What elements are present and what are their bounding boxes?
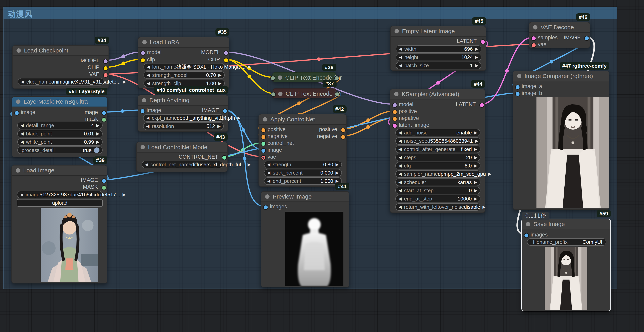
widget-start_percent[interactable]: ◀start_percent0.000▶ (264, 169, 342, 176)
widget-strength_clip[interactable]: ◀strength_clip1.00▶ (144, 80, 225, 87)
increment-arrow-icon[interactable]: ▶ (475, 137, 478, 145)
output-slot-MASK[interactable] (102, 185, 106, 190)
widget-noise_seed[interactable]: ◀noise_seed535085486033941▶ (395, 137, 480, 145)
increment-arrow-icon[interactable]: ▶ (336, 169, 339, 176)
node-title-bar[interactable]: VAE Decode (529, 22, 590, 33)
decrement-arrow-icon[interactable]: ◀ (21, 78, 24, 86)
widget-process_detail[interactable]: process_detailtrue (17, 146, 102, 154)
increment-arrow-icon[interactable]: ▶ (248, 63, 251, 70)
widget-batch_size[interactable]: ◀batch_size1▶ (396, 62, 482, 69)
input-slot-images[interactable] (524, 233, 529, 238)
input-slot-clip[interactable] (140, 58, 146, 63)
input-slot-negative[interactable] (261, 134, 266, 140)
input-slot-model[interactable] (392, 102, 397, 108)
node-title-bar[interactable]: Empty Latent Image (390, 26, 486, 36)
decrement-arrow-icon[interactable]: ◀ (398, 178, 402, 186)
widget-lora_name[interactable]: ◀lora_name残照金 SDXL - Hoko Manga ...▶ (144, 63, 225, 70)
decrement-arrow-icon[interactable]: ◀ (267, 177, 270, 185)
input-slot-vae[interactable] (531, 43, 536, 48)
node-ksampler-advanced[interactable]: KSampler (Advanced)modelpositivenegative… (390, 89, 485, 213)
increment-arrow-icon[interactable]: ▶ (238, 114, 240, 122)
increment-arrow-icon[interactable]: ▶ (123, 191, 126, 198)
increment-arrow-icon[interactable]: ▶ (336, 161, 339, 168)
input-slot-samples[interactable] (531, 36, 536, 41)
output-slot-positive[interactable] (341, 128, 346, 133)
output-slot-CONTROL_NET[interactable] (222, 155, 227, 160)
increment-arrow-icon[interactable]: ▶ (248, 161, 251, 168)
widget-end_at_step[interactable]: ◀end_at_step10000▶ (395, 195, 480, 202)
input-slot-control_net[interactable] (261, 141, 266, 146)
output-slot-IMAGE[interactable] (102, 178, 106, 184)
decrement-arrow-icon[interactable]: ◀ (398, 137, 402, 145)
increment-arrow-icon[interactable]: ▶ (474, 129, 477, 136)
input-slot-image_a[interactable] (515, 84, 520, 90)
decrement-arrow-icon[interactable]: ◀ (267, 161, 270, 168)
output-slot-CLIP[interactable] (224, 58, 228, 63)
widget-steps[interactable]: ◀steps20▶ (395, 154, 480, 161)
increment-arrow-icon[interactable]: ▶ (488, 170, 491, 178)
widget-scheduler[interactable]: ◀schedulerkarras▶ (395, 178, 480, 186)
collapse-dot-icon[interactable] (265, 194, 270, 199)
output-slot-MODEL[interactable] (224, 50, 228, 56)
increment-arrow-icon[interactable]: ▶ (218, 122, 220, 130)
collapse-dot-icon[interactable] (278, 92, 282, 96)
decrement-arrow-icon[interactable]: ◀ (20, 130, 24, 138)
output-slot-VAE[interactable] (103, 72, 108, 78)
input-slot-image[interactable] (261, 148, 266, 153)
increment-arrow-icon[interactable]: ▶ (96, 138, 100, 146)
collapse-dot-icon[interactable] (278, 76, 282, 80)
group-title-bar[interactable]: 动漫风 (4, 7, 617, 19)
output-slot-IMAGE[interactable] (584, 36, 589, 41)
toggle-circle-icon[interactable] (94, 148, 100, 153)
input-slot-model[interactable] (140, 50, 146, 56)
collapse-dot-icon[interactable] (142, 40, 147, 44)
decrement-arrow-icon[interactable]: ◀ (399, 54, 402, 61)
decrement-arrow-icon[interactable]: ◀ (147, 80, 150, 87)
widget-white_point[interactable]: ◀white_point0.99▶ (17, 138, 102, 146)
node-title-bar[interactable]: Save Image (522, 219, 610, 230)
widget-resolution[interactable]: ◀resolution512▶ (143, 122, 224, 130)
collapse-dot-icon[interactable] (533, 25, 538, 30)
widget-cfg[interactable]: ◀cfg8.0▶ (395, 162, 480, 170)
increment-arrow-icon[interactable]: ▶ (96, 130, 100, 138)
node-vae-decode[interactable]: VAE DecodesamplesvaeIMAGE (529, 22, 590, 48)
decrement-arrow-icon[interactable]: ◀ (20, 138, 24, 146)
node-title-bar[interactable]: Load LoRA (138, 37, 229, 48)
increment-arrow-icon[interactable]: ▶ (474, 187, 477, 194)
output-slot-negative[interactable] (341, 134, 346, 140)
widget-width[interactable]: ◀width696▶ (396, 45, 482, 53)
input-slot-vae[interactable] (261, 155, 266, 160)
widget-start_at_step[interactable]: ◀start_at_step0▶ (395, 187, 480, 194)
input-slot-collapsed[interactable] (270, 76, 276, 81)
node-title-bar[interactable]: Load Image (12, 166, 107, 176)
input-slot-collapsed[interactable] (271, 92, 276, 97)
collapse-dot-icon[interactable] (526, 222, 530, 226)
node-title-bar[interactable]: Image Comparer (rgthree) (513, 71, 609, 82)
decrement-arrow-icon[interactable]: ◀ (398, 162, 402, 170)
node-clip-text-encode-pr[interactable]: CLIP Text Encode (Pr (273, 88, 336, 98)
widget-control_after_generate[interactable]: ◀control_after_generatefixed▶ (395, 146, 480, 153)
increment-arrow-icon[interactable]: ▶ (96, 122, 100, 129)
decrement-arrow-icon[interactable]: ◀ (399, 45, 402, 53)
node-save-image[interactable]: Save Imageimagesfilename_prefixComfyUI (521, 218, 611, 311)
decrement-arrow-icon[interactable]: ◀ (147, 71, 150, 79)
widget-upload[interactable]: upload (17, 199, 102, 206)
output-slot-CLIP[interactable] (103, 66, 108, 71)
increment-arrow-icon[interactable]: ▶ (474, 162, 477, 170)
input-slot-image[interactable] (14, 110, 19, 116)
input-slot-positive[interactable] (392, 110, 397, 114)
increment-arrow-icon[interactable]: ▶ (474, 154, 477, 161)
decrement-arrow-icon[interactable]: ◀ (146, 122, 150, 130)
input-slot-image[interactable] (140, 108, 145, 114)
output-slot-LATENT[interactable] (479, 102, 484, 108)
decrement-arrow-icon[interactable]: ◀ (398, 129, 402, 136)
node-apply-controlnet[interactable]: Apply ControlNetpositivenegativecontrol_… (258, 114, 346, 187)
increment-arrow-icon[interactable]: ▶ (474, 195, 477, 202)
increment-arrow-icon[interactable]: ▶ (475, 62, 478, 69)
decrement-arrow-icon[interactable]: ◀ (20, 191, 23, 198)
output-slot-collapsed[interactable] (334, 92, 340, 97)
widget-add_noise[interactable]: ◀add_noiseenable▶ (395, 129, 480, 136)
widget-black_point[interactable]: ◀black_point0.01▶ (17, 130, 102, 138)
decrement-arrow-icon[interactable]: ◀ (398, 203, 402, 211)
increment-arrow-icon[interactable]: ▶ (123, 78, 126, 86)
